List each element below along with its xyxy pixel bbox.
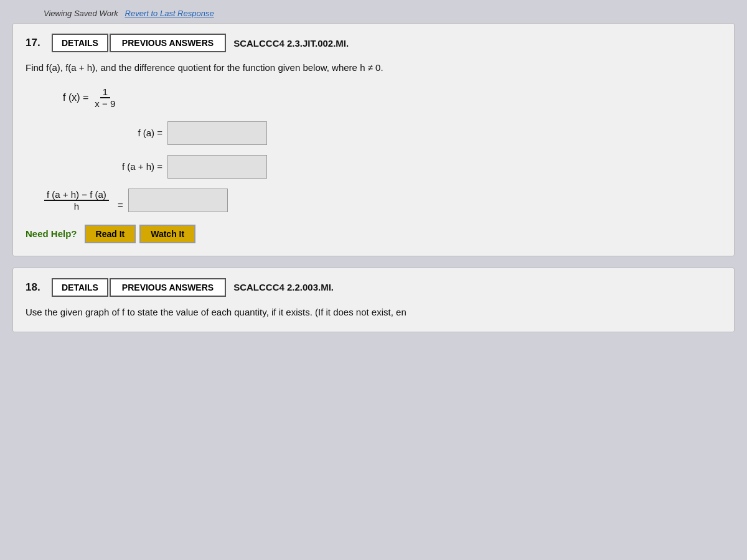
problem-18-number: 18. (26, 281, 44, 294)
function-definition: f (x) = 1 x − 9 (63, 86, 721, 109)
problem-17-code: SCALCCC4 2.3.JIT.002.MI. (233, 38, 349, 49)
fah-input-row: f (a + h) = (63, 155, 721, 179)
details-button-18[interactable]: DETAILS (52, 278, 108, 297)
fa-answer-box[interactable] (167, 121, 267, 145)
problem-17-block: 17. DETAILS PREVIOUS ANSWERS SCALCCC4 2.… (12, 23, 735, 256)
problem-18-instructions: Use the given graph of f to state the va… (26, 306, 721, 320)
page-wrapper: Viewing Saved Work Revert to Last Respon… (0, 0, 747, 560)
function-label: f (x) = (63, 92, 88, 103)
diff-equals: = (118, 200, 123, 210)
fa-input-row: f (a) = (63, 121, 721, 145)
problem-18-header: 18. DETAILS PREVIOUS ANSWERS SCALCCC4 2.… (26, 278, 721, 297)
details-button-17[interactable]: DETAILS (52, 34, 108, 52)
problem-17-number: 17. (26, 37, 44, 49)
fraction-denominator: x − 9 (92, 98, 118, 109)
problem-18-block: 18. DETAILS PREVIOUS ANSWERS SCALCCC4 2.… (12, 268, 735, 333)
problem-17-instructions: Find f(a), f(a + h), and the difference … (26, 61, 721, 75)
diff-fraction: f (a + h) − f (a) h (44, 189, 109, 212)
revert-link[interactable]: Revert to Last Response (125, 9, 214, 18)
prev-answers-button-18[interactable]: PREVIOUS ANSWERS (110, 278, 226, 297)
diff-numerator: f (a + h) − f (a) (44, 189, 109, 201)
top-bar: Viewing Saved Work Revert to Last Respon… (12, 6, 735, 23)
fah-label: f (a + h) = (63, 161, 162, 172)
function-fraction: 1 x − 9 (92, 86, 118, 109)
fa-label: f (a) = (63, 128, 162, 138)
prev-answers-button-17[interactable]: PREVIOUS ANSWERS (110, 34, 226, 52)
watch-it-button[interactable]: Watch It (139, 225, 195, 243)
problem-17-header: 17. DETAILS PREVIOUS ANSWERS SCALCCC4 2.… (26, 34, 721, 52)
fah-answer-box[interactable] (167, 155, 267, 179)
read-it-button[interactable]: Read It (85, 225, 136, 243)
fraction-numerator: 1 (100, 86, 110, 98)
viewing-saved-work-text: Viewing Saved Work (44, 9, 118, 18)
need-help-label: Need Help? (26, 228, 77, 239)
diff-quotient-row: f (a + h) − f (a) h = (44, 189, 721, 212)
problem-18-code: SCALCCC4 2.2.003.MI. (233, 282, 334, 292)
diff-answer-box[interactable] (128, 189, 228, 212)
diff-quotient-label: f (a + h) − f (a) h = (44, 189, 123, 212)
diff-denominator: h (72, 201, 82, 212)
need-help-row: Need Help? Read It Watch It (26, 225, 721, 243)
math-section-17: f (x) = 1 x − 9 f (a) = f (a + h) = (63, 86, 721, 212)
